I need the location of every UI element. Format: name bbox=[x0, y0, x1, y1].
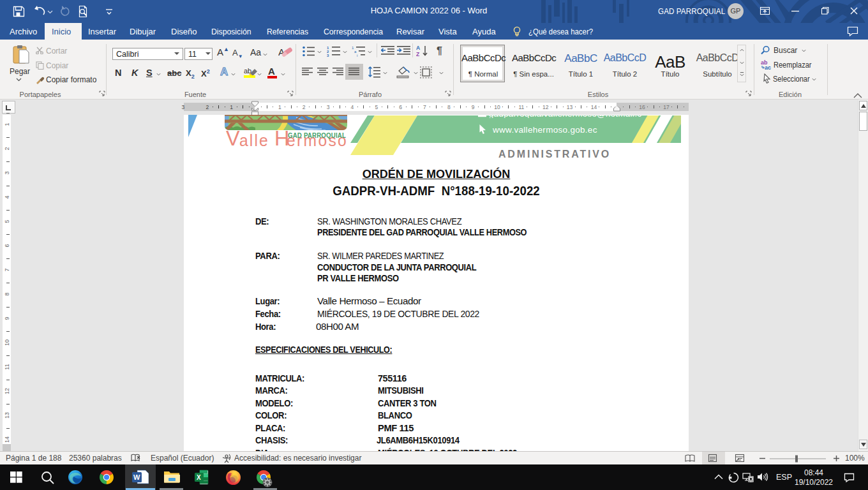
svg-text:i: i bbox=[357, 54, 357, 57]
svg-text:X: X bbox=[197, 474, 201, 481]
svg-text:3: 3 bbox=[327, 54, 329, 57]
svg-text:W: W bbox=[133, 473, 140, 481]
svg-text:ac: ac bbox=[765, 64, 771, 70]
svg-text:Z: Z bbox=[416, 51, 419, 57]
svg-text:A: A bbox=[416, 45, 420, 51]
